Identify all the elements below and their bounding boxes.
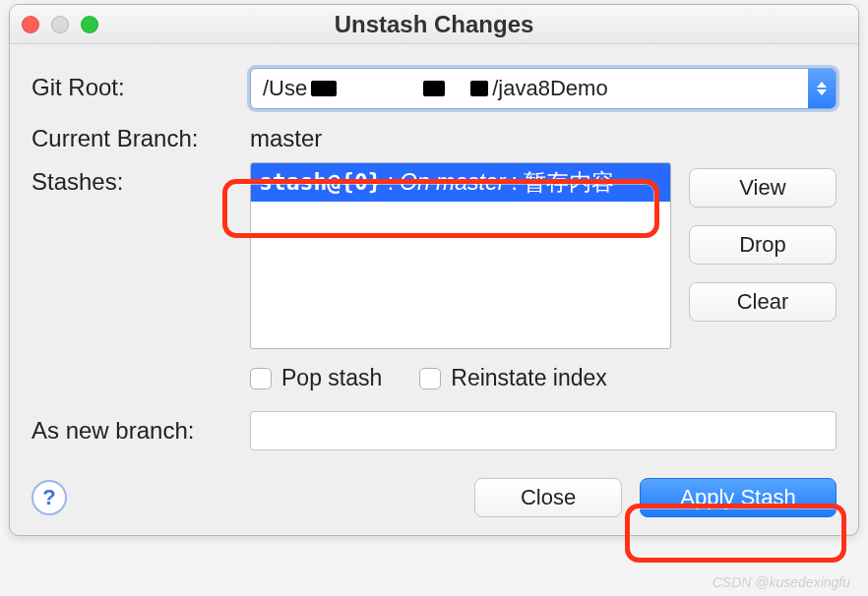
- view-button[interactable]: View: [689, 168, 837, 208]
- stash-list-item[interactable]: stash@{0}: On master: 暂存内容: [251, 163, 670, 202]
- git-root-value: /Use /java8Demo: [251, 76, 808, 101]
- chevron-updown-icon: [808, 69, 836, 108]
- git-root-select[interactable]: /Use /java8Demo: [250, 68, 837, 109]
- stashes-label: Stashes:: [31, 162, 238, 196]
- titlebar: Unstash Changes: [10, 5, 858, 44]
- dialog-title: Unstash Changes: [10, 11, 858, 38]
- pop-stash-label: Pop stash: [281, 365, 382, 391]
- watermark: CSDN @kusedexingfu: [713, 574, 850, 590]
- git-root-suffix: /java8Demo: [492, 76, 607, 101]
- checkbox-icon: [419, 368, 441, 389]
- dialog-window: Unstash Changes Git Root: /Use /java8Dem…: [9, 4, 859, 536]
- git-root-label: Git Root:: [31, 68, 238, 101]
- stash-meta: On master: [400, 169, 505, 196]
- drop-button[interactable]: Drop: [689, 225, 837, 265]
- stash-id: stash@{0}: [259, 169, 382, 195]
- current-branch-label: Current Branch:: [31, 119, 238, 152]
- redacted-segment: [470, 81, 488, 96]
- git-root-prefix: /Use: [263, 76, 307, 101]
- redacted-segment: [423, 81, 445, 96]
- current-branch-value: master: [250, 119, 322, 152]
- close-button[interactable]: Close: [474, 478, 622, 517]
- new-branch-input[interactable]: [250, 411, 837, 450]
- apply-stash-button[interactable]: Apply Stash: [640, 478, 837, 517]
- stash-list[interactable]: stash@{0}: On master: 暂存内容: [250, 162, 671, 349]
- clear-button[interactable]: Clear: [689, 282, 837, 322]
- zoom-window-icon[interactable]: [81, 16, 98, 33]
- new-branch-label: As new branch:: [31, 411, 238, 445]
- help-button[interactable]: ?: [31, 480, 67, 515]
- close-window-icon[interactable]: [22, 16, 39, 33]
- stash-message: 暂存内容: [524, 167, 614, 198]
- reinstate-index-label: Reinstate index: [451, 365, 607, 391]
- minimize-window-icon[interactable]: [51, 16, 69, 33]
- redacted-segment: [311, 81, 337, 96]
- pop-stash-checkbox[interactable]: Pop stash: [250, 365, 382, 391]
- reinstate-index-checkbox[interactable]: Reinstate index: [419, 365, 607, 391]
- dialog-content: Git Root: /Use /java8Demo Current Br: [10, 44, 858, 535]
- window-controls: [22, 16, 98, 33]
- checkbox-icon: [250, 368, 272, 389]
